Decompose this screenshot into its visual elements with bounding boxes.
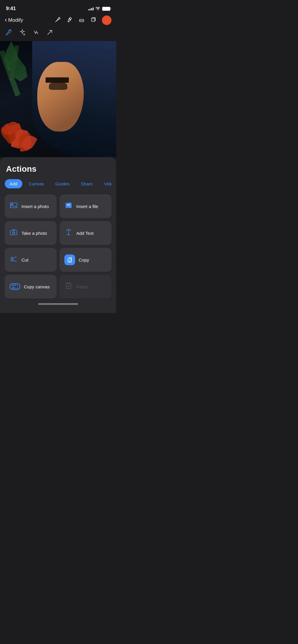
copy-canvas-icon: [10, 283, 20, 290]
status-time: 9:41: [6, 6, 16, 12]
home-indicator: [38, 303, 78, 305]
back-button[interactable]: ‹ Modify: [5, 17, 23, 23]
marker-tool-icon[interactable]: [66, 16, 73, 25]
photo-icon: [10, 201, 18, 211]
svg-rect-2: [91, 18, 95, 21]
top-nav: ‹ Modify: [0, 14, 116, 27]
insert-photo-label: Insert a photo: [21, 204, 49, 209]
signal-icon: [88, 7, 94, 10]
actions-title: Actions: [5, 164, 111, 174]
tab-add[interactable]: Add: [5, 179, 22, 188]
record-button[interactable]: [102, 15, 111, 25]
cut-icon: [10, 255, 18, 265]
paste-icon: [64, 282, 73, 291]
battery-icon: [102, 7, 110, 11]
add-text-label: Add Text: [76, 231, 94, 236]
pen-tool-icon[interactable]: [54, 16, 61, 25]
wifi-icon: [95, 6, 100, 11]
arrow-icon[interactable]: [46, 29, 54, 38]
take-photo-label: Take a photo: [21, 231, 47, 236]
copy-canvas-label: Copy canvas: [24, 284, 50, 289]
nav-back-label: Modify: [8, 17, 23, 23]
svg-point-10: [13, 232, 14, 233]
status-bar: 9:41: [0, 0, 116, 14]
strikethrough-icon[interactable]: [32, 29, 40, 38]
actions-sheet: Actions Add Canvas Guides Share Video In…: [0, 157, 116, 313]
canvas-area: [0, 41, 116, 157]
paste-button[interactable]: Paste: [60, 275, 111, 298]
tabs-row: Add Canvas Guides Share Video: [5, 179, 111, 188]
nav-tools: [54, 15, 111, 25]
camera-icon: [10, 228, 18, 238]
sparkles-icon[interactable]: [18, 29, 26, 38]
paste-label: Paste: [76, 284, 88, 289]
take-photo-button[interactable]: Take a photo: [5, 221, 57, 245]
action-grid: Insert a photo Insert a file: [5, 194, 111, 298]
svg-rect-15: [14, 285, 17, 288]
status-icons: [88, 6, 110, 11]
copy-button[interactable]: Copy: [60, 248, 111, 272]
svg-rect-7: [66, 203, 69, 208]
insert-file-button[interactable]: Insert a file: [60, 194, 111, 218]
insert-file-label: Insert a file: [76, 204, 98, 209]
svg-rect-16: [67, 283, 70, 284]
canvas-painting: [0, 41, 116, 157]
eraser-tool-icon[interactable]: [78, 16, 85, 25]
layers-tool-icon[interactable]: [90, 16, 97, 25]
insert-photo-button[interactable]: Insert a photo: [5, 194, 57, 218]
tab-share[interactable]: Share: [76, 179, 97, 188]
copy-canvas-button[interactable]: Copy canvas: [5, 275, 57, 298]
add-text-button[interactable]: Add Text: [60, 221, 111, 245]
text-icon: [64, 228, 73, 238]
tab-canvas[interactable]: Canvas: [24, 179, 49, 188]
cut-button[interactable]: Cut: [5, 248, 57, 272]
copy-label: Copy: [79, 257, 89, 262]
tab-guides[interactable]: Guides: [51, 179, 74, 188]
tab-video[interactable]: Video: [99, 179, 111, 188]
toolbar-row: [0, 27, 116, 41]
wrench-icon[interactable]: [5, 29, 13, 38]
copy-badge-icon: [64, 254, 75, 265]
cut-label: Cut: [21, 257, 28, 262]
back-chevron-icon: ‹: [5, 17, 7, 23]
file-icon: [64, 201, 73, 211]
